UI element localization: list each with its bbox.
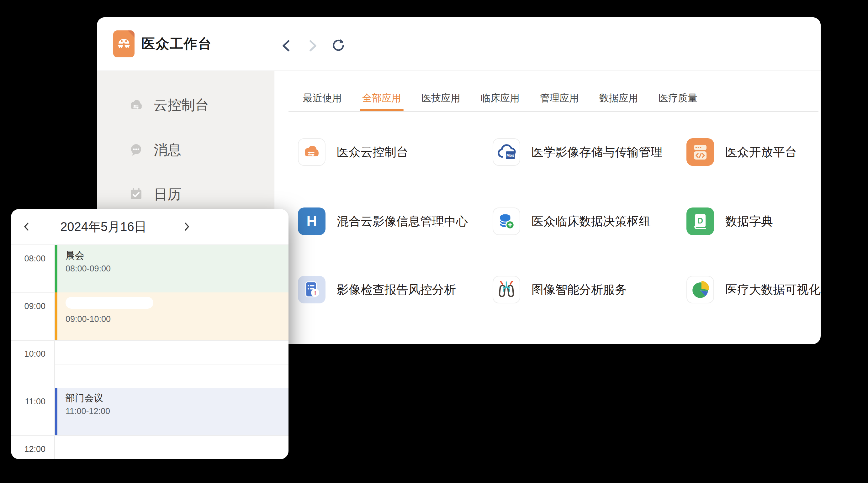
event-time: 09:00-10:00 bbox=[66, 314, 288, 324]
dictionary-book-icon: D bbox=[686, 207, 714, 235]
tabs-divider bbox=[288, 111, 818, 112]
sidebar-item-cloud-console[interactable]: 云控制台 bbox=[127, 91, 209, 119]
calendar-check-icon bbox=[127, 186, 145, 203]
app-label: 医疗大数据可视化 bbox=[725, 282, 820, 298]
hour-line bbox=[11, 436, 288, 436]
app-item-big-data-visualization[interactable]: 医疗大数据可视化 bbox=[686, 276, 820, 303]
hour-line bbox=[11, 340, 288, 341]
refresh-button[interactable] bbox=[330, 37, 347, 55]
cloud-settings-icon bbox=[127, 96, 145, 114]
calendar-event-department-meeting[interactable]: 部门会议 11:00-12:00 bbox=[55, 388, 288, 436]
hour-label: 12:00 bbox=[17, 444, 45, 454]
orange-cloud-sliders-icon bbox=[298, 138, 326, 166]
pie-chart-icon bbox=[686, 276, 714, 303]
forward-button[interactable] bbox=[303, 37, 321, 55]
app-item-report-risk-analysis[interactable]: ! 影像检查报告风控分析 bbox=[298, 276, 456, 303]
sidebar-item-label: 消息 bbox=[154, 141, 181, 159]
calendar-date-label: 2024年5月16日 bbox=[59, 209, 148, 245]
calendar-event-morning-meeting[interactable]: 晨会 08:00-09:00 bbox=[55, 245, 288, 292]
app-label: 医众临床数据决策枢纽 bbox=[531, 214, 651, 229]
code-window-icon bbox=[686, 138, 714, 166]
app-item-open-platform[interactable]: 医众开放平台 bbox=[686, 138, 797, 166]
svg-text:!: ! bbox=[314, 290, 316, 296]
cloud-storage-icon: Mos bbox=[493, 138, 520, 166]
calendar-prev-day-button[interactable] bbox=[20, 220, 34, 233]
app-label: 医学影像存储与传输管理 bbox=[531, 144, 662, 160]
back-arrow-icon bbox=[280, 39, 294, 53]
event-time: 08:00-09:00 bbox=[66, 263, 288, 274]
chevron-left-icon bbox=[21, 221, 32, 232]
lungs-icon bbox=[493, 276, 520, 303]
app-label: 图像智能分析服务 bbox=[531, 282, 627, 298]
event-title-redacted bbox=[66, 297, 153, 309]
desktop-background: 医众工作台 bbox=[0, 0, 868, 483]
chat-bubble-icon bbox=[127, 141, 145, 159]
sidebar-item-label: 日历 bbox=[154, 185, 181, 204]
calendar-panel: 2024年5月16日 08:00 09:00 10:00 11:00 12:00… bbox=[11, 209, 288, 459]
event-title: 晨会 bbox=[66, 250, 288, 261]
app-title: 医众工作台 bbox=[142, 17, 212, 70]
app-item-cloud-console[interactable]: 医众云控制台 bbox=[298, 138, 408, 166]
calendar-event-untitled[interactable]: 09:00-10:00 bbox=[55, 292, 288, 340]
hour-label: 10:00 bbox=[17, 349, 45, 359]
app-label: 医众云控制台 bbox=[337, 144, 408, 160]
app-label: 混合云影像信息管理中心 bbox=[337, 214, 468, 229]
app-label: 数据字典 bbox=[725, 214, 773, 229]
tab-data-apps[interactable]: 数据应用 bbox=[599, 93, 638, 111]
chevron-right-icon bbox=[181, 221, 192, 232]
app-item-imaging-storage[interactable]: Mos 医学影像存储与传输管理 bbox=[493, 138, 662, 166]
app-item-data-dictionary[interactable]: D 数据字典 bbox=[686, 207, 773, 235]
hour-label: 11:00 bbox=[17, 396, 45, 407]
app-item-hybrid-cloud-center[interactable]: H 混合云影像信息管理中心 bbox=[298, 207, 468, 235]
hour-label: 09:00 bbox=[17, 301, 45, 311]
svg-text:Mos: Mos bbox=[506, 153, 514, 158]
calendar-header: 2024年5月16日 bbox=[11, 209, 288, 245]
app-logo-icon bbox=[113, 30, 134, 57]
tab-medtech-apps[interactable]: 医技应用 bbox=[422, 93, 460, 111]
sidebar-item-calendar[interactable]: 日历 bbox=[127, 181, 181, 208]
report-alert-icon: ! bbox=[298, 276, 326, 303]
app-label: 影像检查报告风控分析 bbox=[337, 282, 456, 298]
sidebar-item-messages[interactable]: 消息 bbox=[127, 136, 181, 164]
tab-bar: 最近使用 全部应用 医技应用 临床应用 管理应用 数据应用 医疗质量 bbox=[303, 93, 698, 111]
tab-all-apps[interactable]: 全部应用 bbox=[362, 93, 401, 111]
letter-h-icon: H bbox=[298, 207, 326, 235]
back-button[interactable] bbox=[278, 37, 296, 55]
app-label: 医众开放平台 bbox=[725, 144, 797, 160]
app-item-image-ai-service[interactable]: 图像智能分析服务 bbox=[493, 276, 627, 303]
hour-label: 08:00 bbox=[17, 254, 45, 264]
event-time: 11:00-12:00 bbox=[66, 406, 288, 417]
sidebar-item-label: 云控制台 bbox=[154, 96, 209, 115]
database-plus-icon bbox=[493, 207, 520, 235]
window-header: 医众工作台 bbox=[97, 17, 820, 71]
tab-clinical-apps[interactable]: 临床应用 bbox=[481, 93, 520, 111]
calendar-next-day-button[interactable] bbox=[180, 220, 193, 233]
refresh-icon bbox=[331, 38, 346, 53]
tab-quality[interactable]: 医疗质量 bbox=[658, 93, 698, 111]
forward-arrow-icon bbox=[305, 39, 319, 53]
tab-admin-apps[interactable]: 管理应用 bbox=[540, 93, 579, 111]
half-hour-line bbox=[55, 364, 288, 364]
svg-text:D: D bbox=[698, 216, 703, 225]
app-item-clinical-data-hub[interactable]: 医众临床数据决策枢纽 bbox=[493, 207, 651, 235]
tab-recent[interactable]: 最近使用 bbox=[303, 93, 342, 111]
event-title: 部门会议 bbox=[66, 392, 288, 404]
